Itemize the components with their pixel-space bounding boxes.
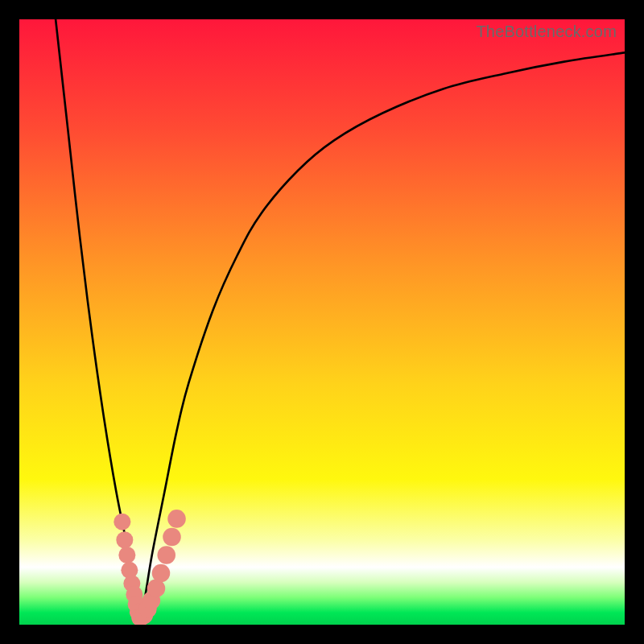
plot-area: TheBottleneck.com (19, 19, 625, 625)
data-marker (163, 528, 181, 547)
chart-frame: TheBottleneck.com (0, 0, 644, 644)
data-marker (167, 510, 186, 528)
chart-svg (19, 19, 625, 625)
data-marker (114, 514, 130, 530)
data-marker (157, 546, 175, 564)
data-marker (116, 531, 133, 548)
data-marker (118, 547, 135, 564)
data-marker (152, 564, 171, 583)
watermark-text: TheBottleneck.com (476, 23, 617, 41)
bottleneck-curve (56, 19, 625, 620)
